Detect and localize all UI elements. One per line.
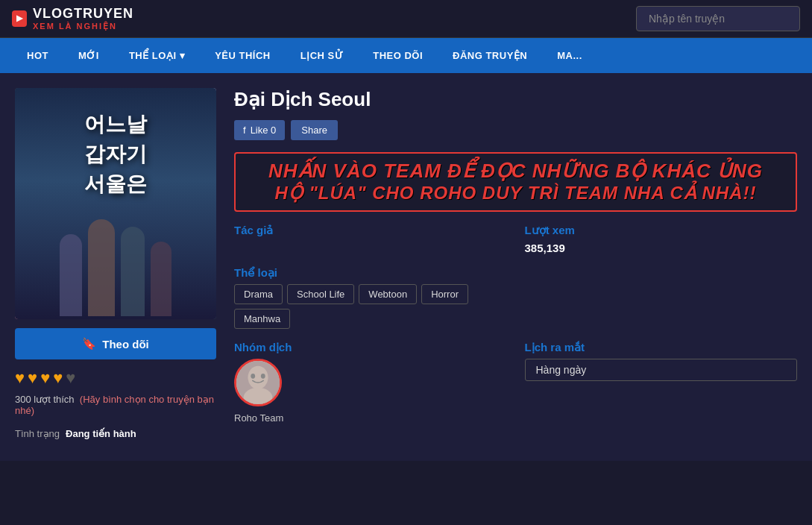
team-avatar-inner — [236, 361, 280, 404]
nav-the-loai[interactable]: THỂ LOẠI ▾ — [114, 38, 200, 73]
tag-school-life[interactable]: School Life — [287, 284, 354, 304]
svg-point-3 — [251, 374, 255, 379]
nav-lich-su[interactable]: LỊCH SỬ — [286, 38, 359, 73]
right-panel: Đại Dịch Seoul f Like 0 Share NHẤN VÀO T… — [234, 88, 797, 446]
luot-xem-value: 385,139 — [525, 242, 798, 254]
cover-content: ROHO TEAM VLOGTRUYENXEM LÀ NGHIỆN 어느날 갑자… — [15, 88, 216, 319]
nhom-dich-label: Nhóm dịch — [234, 341, 507, 354]
nav-ma[interactable]: MA... — [542, 38, 597, 73]
star-3[interactable]: ♥ — [40, 368, 50, 388]
tinh-trang-label: Tình trạng — [15, 428, 60, 439]
header: ▶ VLOGTRUYEN XEM LÀ NGHIỆN — [0, 0, 812, 38]
tac-gia-row: Tác giả — [234, 224, 507, 254]
empty-col — [525, 266, 798, 329]
team-avatar[interactable] — [234, 359, 282, 406]
logo-icon[interactable]: ▶ — [12, 10, 27, 26]
nav-yeu-thich[interactable]: YÊU THÍCH — [200, 38, 286, 73]
tags-container: Drama School Life Webtoon Horror Manhwa — [234, 284, 507, 329]
nav-theo-doi[interactable]: THEO DÕI — [358, 38, 438, 73]
nav-moi[interactable]: MỚI — [63, 38, 114, 73]
star-1[interactable]: ♥ — [15, 368, 25, 388]
tinh-trang-value: Đang tiến hành — [66, 428, 136, 439]
nav-dang-truyen[interactable]: ĐĂNG TRUYỆN — [438, 38, 542, 73]
nav: HOT MỚI THỂ LOẠI ▾ YÊU THÍCH LỊCH SỬ THE… — [0, 38, 812, 73]
nav-hot[interactable]: HOT — [12, 38, 63, 73]
luot-xem-label: Lượt xem — [525, 224, 798, 237]
svg-point-1 — [248, 366, 268, 389]
promo-banner: NHẤN VÀO TEAM ĐỂ ĐỌC NHỮNG BỘ KHÁC ỦNG H… — [234, 152, 797, 212]
follow-button[interactable]: 🔖 Theo dõi — [15, 328, 216, 359]
star-rating[interactable]: ♥ ♥ ♥ ♥ ♥ — [15, 368, 216, 388]
fb-icon: f — [243, 125, 246, 136]
manga-cover: ROHO TEAM VLOGTRUYENXEM LÀ NGHIỆN 어느날 갑자… — [15, 88, 216, 319]
manga-title: Đại Dịch Seoul — [234, 88, 797, 111]
the-loai-label: Thể loại — [234, 266, 507, 280]
content: ROHO TEAM VLOGTRUYENXEM LÀ NGHIỆN 어느날 갑자… — [0, 73, 812, 461]
nhom-dich-content: Roho Team — [234, 359, 507, 424]
follow-label: Theo dõi — [102, 338, 149, 350]
lich-ra-mat-row: Lịch ra mắt Hàng ngày — [525, 341, 798, 424]
likes-count: 300 lượt thích — [15, 394, 75, 405]
logo-text: VLOGTRUYEN XEM LÀ NGHIỆN — [33, 6, 133, 31]
info-grid: Tác giả Lượt xem 385,139 Thể loại Drama … — [234, 224, 797, 424]
luot-xem-row: Lượt xem 385,139 — [525, 224, 798, 254]
fb-like-button[interactable]: f Like 0 — [234, 120, 285, 140]
tag-horror[interactable]: Horror — [421, 284, 468, 304]
logo: ▶ VLOGTRUYEN XEM LÀ NGHIỆN — [12, 6, 133, 31]
social-bar: f Like 0 Share — [234, 120, 797, 140]
svg-point-4 — [261, 374, 265, 379]
likes-text: 300 lượt thích (Hãy bình chọn cho truyện… — [15, 394, 216, 416]
left-panel: ROHO TEAM VLOGTRUYENXEM LÀ NGHIỆN 어느날 갑자… — [15, 88, 216, 446]
star-2[interactable]: ♥ — [28, 368, 37, 388]
nhom-dich-row: Nhóm dịch — [234, 341, 507, 424]
promo-line2: HỘ "LÚA" CHO ROHO DUY TRÌ TEAM NHA CẢ NH… — [248, 183, 784, 204]
tag-webtoon[interactable]: Webtoon — [359, 284, 417, 304]
status-row: Tình trạng Đang tiến hành — [15, 428, 216, 439]
share-button[interactable]: Share — [291, 120, 338, 140]
promo-line1: NHẤN VÀO TEAM ĐỂ ĐỌC NHỮNG BỘ KHÁC ỦNG — [248, 160, 784, 183]
star-5[interactable]: ♥ — [66, 368, 75, 388]
lich-ra-mat-label: Lịch ra mắt — [525, 341, 798, 354]
star-4[interactable]: ♥ — [53, 368, 63, 388]
tag-drama[interactable]: Drama — [234, 284, 283, 304]
tag-manhwa[interactable]: Manhwa — [234, 309, 290, 329]
lich-ra-mat-value: Hàng ngày — [525, 359, 798, 381]
logo-icon-main: ▶ — [16, 13, 22, 23]
tac-gia-label: Tác giả — [234, 224, 507, 237]
logo-main: VLOGTRUYEN — [33, 6, 133, 22]
search-input[interactable] — [636, 6, 800, 31]
bookmark-icon: 🔖 — [82, 337, 96, 350]
fb-like-label: Like 0 — [251, 125, 277, 136]
the-loai-row: Thể loại Drama School Life Webtoon Horro… — [234, 266, 507, 329]
team-name: Roho Team — [234, 412, 283, 424]
logo-sub: XEM LÀ NGHIỆN — [33, 22, 133, 31]
